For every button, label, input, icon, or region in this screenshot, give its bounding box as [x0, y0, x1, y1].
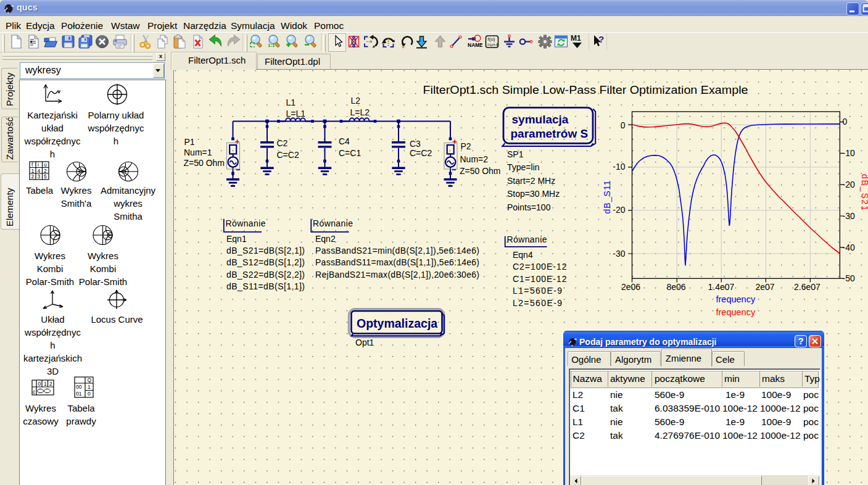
svg-text:2e07: 2e07	[755, 282, 774, 292]
svg-text:2: 2	[44, 168, 47, 174]
svg-text:=u+4: =u+4	[487, 42, 499, 48]
svg-text:symulacja: symulacja	[512, 113, 569, 126]
svg-text:dB_S21: dB_S21	[860, 174, 868, 210]
svg-text:parametrów S: parametrów S	[511, 127, 589, 140]
svg-text:Eqn1: Eqn1	[226, 234, 247, 244]
svg-text:C=C1: C=C1	[339, 148, 361, 158]
svg-text:NAME: NAME	[468, 42, 482, 48]
svg-text:RejBandS21=max(dB(S[2,1]),20e6: RejBandS21=max(dB(S[2,1]),20e6:30e6)	[315, 270, 479, 280]
svg-text:2.6e07: 2.6e07	[794, 282, 820, 292]
svg-text:frequency: frequency	[716, 294, 756, 304]
svg-text:2: 2	[31, 173, 35, 180]
svg-text:Eqn2: Eqn2	[315, 234, 336, 244]
svg-text:L=L2: L=L2	[350, 107, 370, 117]
svg-text:L1=560E-9: L1=560E-9	[513, 286, 562, 296]
svg-text:PassBandS21=min(dB(S[2,1]),5e6: PassBandS21=min(dB(S[2,1]),5e6:14e6)	[315, 246, 479, 255]
svg-text:-40: -40	[843, 243, 855, 252]
svg-text:C=C2: C=C2	[410, 148, 432, 158]
svg-text:01: 01	[76, 391, 82, 397]
svg-text:Q: Q	[88, 377, 92, 383]
svg-text:Z=50 Ohm: Z=50 Ohm	[460, 166, 501, 176]
svg-text:Num=1: Num=1	[184, 147, 212, 157]
svg-text:0: 0	[88, 391, 91, 397]
svg-text:L1: L1	[286, 97, 296, 107]
svg-text:Num=2: Num=2	[460, 154, 489, 164]
svg-text:1: 1	[88, 384, 91, 390]
svg-text:Points=100: Points=100	[507, 202, 551, 212]
svg-text:L2=560E-9: L2=560E-9	[513, 298, 562, 308]
svg-text:dB_S11: dB_S11	[602, 180, 612, 213]
svg-text:M1: M1	[571, 34, 581, 43]
svg-text:C2: C2	[277, 138, 288, 148]
svg-text:L=L1: L=L1	[286, 109, 306, 118]
svg-text:dB_S12=dB(S[1,2]): dB_S12=dB(S[1,2])	[226, 257, 305, 267]
svg-text:Optymalizacja: Optymalizacja	[357, 317, 437, 330]
svg-text:-10: -10	[613, 162, 625, 172]
svg-text:frequency: frequency	[716, 307, 756, 317]
svg-text:f: f	[31, 162, 33, 168]
svg-text:Równanie: Równanie	[226, 218, 266, 228]
svg-text:Równanie: Równanie	[507, 234, 547, 244]
svg-text:1.4e07: 1.4e07	[708, 282, 735, 292]
svg-text:C3: C3	[410, 139, 421, 149]
svg-text:C2=100E-12: C2=100E-12	[513, 262, 567, 272]
svg-text:i: i	[38, 162, 39, 168]
svg-text:Równanie: Równanie	[313, 218, 353, 228]
svg-text:Stop=30 MHz: Stop=30 MHz	[507, 189, 560, 199]
svg-text:Z=50 Ohm: Z=50 Ohm	[184, 158, 225, 168]
svg-text:dB_S21=dB(S[2,1]): dB_S21=dB(S[2,1])	[226, 246, 305, 255]
svg-text:0: 0	[621, 120, 626, 130]
svg-text:C1=100E-12: C1=100E-12	[513, 274, 567, 284]
svg-text:dB_S11=dB(S[1,1]): dB_S11=dB(S[1,1])	[226, 281, 305, 291]
svg-text:Type=lin: Type=lin	[507, 162, 540, 172]
svg-text:Opt1: Opt1	[355, 338, 374, 347]
svg-text:5: 5	[44, 173, 47, 180]
svg-text:1: 1	[31, 168, 35, 174]
svg-text:2: 2	[49, 381, 52, 387]
svg-text:C=C2: C=C2	[277, 150, 299, 160]
svg-text:00: 00	[76, 384, 82, 390]
svg-text:FilterOpt1.sch Simple Low-Pass: FilterOpt1.sch Simple Low-Pass Filter Op…	[423, 84, 748, 96]
svg-text:2e06: 2e06	[621, 282, 640, 292]
svg-text:PassBandS11=max(dB(S[1,1]),5e6: PassBandS11=max(dB(S[1,1]),5e6:14e6)	[315, 257, 479, 267]
svg-text:4: 4	[38, 168, 41, 174]
svg-text:C4: C4	[339, 136, 350, 146]
svg-text:0: 0	[843, 117, 848, 126]
svg-text:SP1: SP1	[507, 149, 524, 159]
svg-text:L2: L2	[351, 96, 361, 106]
svg-text:0: 0	[38, 381, 41, 387]
svg-text:Start=2 MHz: Start=2 MHz	[507, 176, 555, 186]
svg-text:-20: -20	[613, 205, 625, 215]
svg-text:P1: P1	[184, 137, 195, 147]
svg-text:3: 3	[38, 173, 41, 180]
svg-text:8e06: 8e06	[666, 282, 685, 292]
svg-text:1:1: 1:1	[268, 43, 275, 48]
svg-text:dB_S22=dB(S[2,2]): dB_S22=dB(S[2,2])	[226, 270, 305, 280]
svg-text:-10: -10	[843, 148, 855, 158]
svg-text:1: 1	[44, 381, 47, 387]
svg-text:-50: -50	[843, 273, 855, 283]
svg-text:P2: P2	[461, 141, 471, 151]
svg-text:-30: -30	[843, 211, 855, 221]
svg-text:Eqn4: Eqn4	[513, 250, 533, 260]
svg-text:u: u	[44, 162, 47, 168]
svg-text:c: c	[33, 389, 36, 395]
svg-text:?: ?	[598, 34, 604, 44]
svg-text:-30: -30	[613, 249, 625, 259]
svg-text:-20: -20	[843, 180, 855, 189]
